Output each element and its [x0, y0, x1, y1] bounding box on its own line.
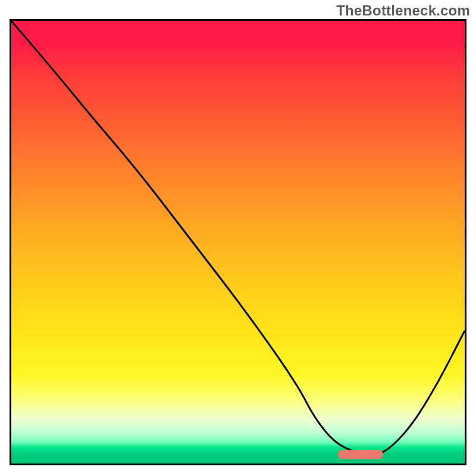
bottleneck-curve: [11, 21, 465, 455]
optimal-marker: [338, 450, 383, 459]
watermark-text: TheBottleneck.com: [336, 2, 470, 19]
curve-svg: [11, 21, 465, 464]
bottleneck-chart: TheBottleneck.com: [0, 0, 476, 476]
plot-area: [10, 19, 466, 465]
